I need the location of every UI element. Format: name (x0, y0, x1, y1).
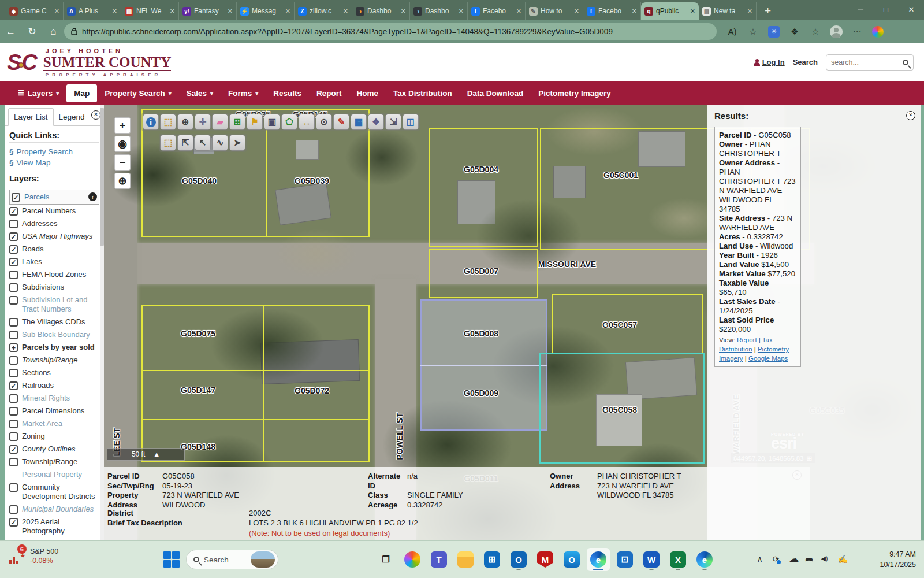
google-maps-link[interactable]: Google Maps (748, 355, 788, 362)
layer-checkbox[interactable] (9, 483, 18, 492)
layer-row[interactable]: ✓ Roads (9, 243, 99, 255)
browser-tab[interactable]: ▤ New ta ✕ (699, 2, 757, 20)
map-select-tool-button[interactable]: ⇱ (177, 135, 193, 151)
taskbar-app[interactable]: e (587, 548, 610, 571)
map-tool-button[interactable]: ⬚ (160, 114, 176, 130)
taskbar-app[interactable]: T (427, 548, 450, 571)
layer-checkbox[interactable]: ✓ (9, 258, 18, 266)
extensions-icon[interactable]: ❖ (785, 23, 804, 40)
map-tool-button[interactable]: ▣ (264, 114, 280, 130)
nav-item[interactable]: Forms ▾ (221, 86, 266, 101)
layer-row[interactable]: The Villages CDDs (9, 316, 99, 328)
nav-item[interactable]: Map (66, 84, 97, 102)
info-icon[interactable]: i (88, 192, 97, 201)
layer-checkbox[interactable]: + (9, 343, 18, 352)
onedrive-cloud-icon[interactable]: ☁ (789, 553, 799, 565)
browser-tab[interactable]: ◑ Dashbo ✕ (352, 2, 410, 20)
layer-checkbox[interactable] (9, 458, 18, 466)
taskbar-search[interactable]: Search (186, 550, 278, 569)
map-tool-button[interactable]: ▦ (351, 114, 367, 130)
nav-item[interactable]: ☰ Layers ▾ (10, 86, 66, 101)
layer-checkbox[interactable]: ✓ (9, 518, 18, 527)
browser-tab[interactable]: ✎ How to ✕ (526, 2, 583, 20)
browser-tab[interactable]: ▤ NFL We ✕ (121, 2, 179, 20)
map-tool-button[interactable]: ▰ (212, 114, 228, 130)
header-search-label[interactable]: Search (793, 58, 818, 66)
report-link[interactable]: Report (737, 336, 757, 343)
nav-item[interactable]: Pictometry Imagery (531, 86, 618, 101)
tray-chevron-icon[interactable]: ∧ (757, 554, 762, 564)
browser-tab[interactable]: ⚡ Messag ✕ (237, 2, 295, 20)
close-button[interactable]: ✕ (899, 0, 924, 20)
layer-row[interactable]: Addresses (9, 217, 99, 230)
nav-item[interactable]: Data Download (460, 86, 531, 101)
search-icon[interactable] (903, 60, 908, 65)
layer-row[interactable]: FEMA Flood Zones (9, 268, 99, 281)
layer-row[interactable]: Sections (9, 366, 99, 379)
start-button[interactable] (163, 551, 180, 568)
address-bar[interactable]: https://qpublic.schneidercorp.com/Applic… (64, 23, 717, 40)
layer-checkbox[interactable] (9, 394, 18, 403)
layer-row[interactable]: Market Area (9, 417, 99, 430)
layer-checkbox[interactable] (9, 271, 18, 279)
tab-close-icon[interactable]: ✕ (574, 8, 579, 15)
quick-link-view-map[interactable]: §View Map (9, 157, 99, 168)
browser-tab[interactable]: ◆ Game C ✕ (6, 2, 64, 20)
tab-close-icon[interactable]: ✕ (747, 8, 752, 15)
layer-row[interactable]: ✓ Parcel Numbers (9, 205, 99, 217)
layer-checkbox[interactable] (9, 432, 18, 441)
tab-close-icon[interactable]: ✕ (285, 8, 290, 15)
map-tool-button[interactable]: ✎ (333, 114, 349, 130)
map-select-tool-button[interactable]: ∿ (212, 135, 228, 151)
favorites-list-icon[interactable]: ☆ (806, 23, 825, 40)
layer-row[interactable]: Subdivisions (9, 281, 99, 294)
widgets-button[interactable]: ↘ 6 S&P 500 -0.08% (9, 547, 58, 565)
layer-checkbox[interactable] (9, 331, 18, 339)
tab-close-icon[interactable]: ✕ (401, 8, 406, 15)
copilot-button[interactable] (868, 23, 888, 40)
map-tool-button[interactable]: ✛ (195, 114, 211, 130)
layer-checkbox[interactable] (9, 283, 18, 292)
map-zoom-button[interactable]: − (114, 154, 131, 171)
scale-arrow-icon[interactable]: ▲ (153, 450, 160, 458)
map-zoom-button[interactable]: ⊕ (114, 173, 131, 189)
layer-checkbox[interactable] (9, 318, 18, 327)
layer-checkbox[interactable]: ✓ (9, 445, 18, 454)
map-tool-button[interactable]: ⊙ (316, 114, 332, 130)
layer-row[interactable]: + Parcels by year sold (9, 341, 99, 354)
nav-item[interactable]: Results (266, 86, 309, 101)
new-tab-button[interactable]: + (757, 2, 779, 20)
tab-close-icon[interactable]: ✕ (459, 8, 464, 15)
layer-row[interactable]: ✓ Lakes (9, 255, 99, 268)
browser-tab[interactable]: f Facebo ✕ (468, 2, 526, 20)
layer-checkbox[interactable] (9, 505, 18, 514)
map-tool-button[interactable]: ❖ (368, 114, 384, 130)
map-tool-button[interactable]: ⚑ (247, 114, 263, 130)
header-search-input[interactable] (831, 58, 899, 66)
layer-row[interactable]: Parcel Dimensions (9, 405, 99, 417)
layer-checkbox[interactable]: ✓ (9, 381, 18, 390)
wifi-icon[interactable]: ((( (806, 558, 814, 560)
taskbar-app[interactable]: O (507, 548, 530, 571)
layer-checkbox[interactable]: ✓ (12, 193, 20, 202)
settings-dots-icon[interactable]: ⋯ (847, 23, 867, 40)
sidebar-scrollbar[interactable] (100, 105, 104, 540)
layer-checkbox[interactable]: ✓ (9, 232, 18, 241)
nav-item[interactable]: Report (309, 86, 349, 101)
layer-row[interactable]: ✓ USA Major Highways (9, 230, 99, 243)
layer-row[interactable]: Subdivision Lot and Tract Numbers (9, 294, 99, 316)
profile-button[interactable] (826, 23, 846, 40)
layer-checkbox[interactable]: ✓ (9, 245, 18, 254)
map-tool-button[interactable]: ⇲ (385, 114, 401, 130)
tab-close-icon[interactable]: ✕ (343, 8, 348, 15)
pinned-extension-icon[interactable]: ✳ (764, 23, 784, 40)
map-tool-button[interactable]: ↔ (299, 114, 315, 130)
tab-close-icon[interactable]: ✕ (690, 8, 695, 15)
favorite-star-icon[interactable]: ☆ (743, 23, 763, 40)
refresh-icon[interactable]: ↻ (21, 25, 43, 38)
tab-close-icon[interactable]: ✕ (112, 8, 117, 15)
layer-row[interactable]: Personal Property (9, 468, 99, 481)
taskbar-app[interactable] (401, 548, 424, 571)
map-tool-button[interactable]: ⊞ (229, 114, 245, 130)
taskbar-app[interactable]: e (693, 548, 716, 571)
